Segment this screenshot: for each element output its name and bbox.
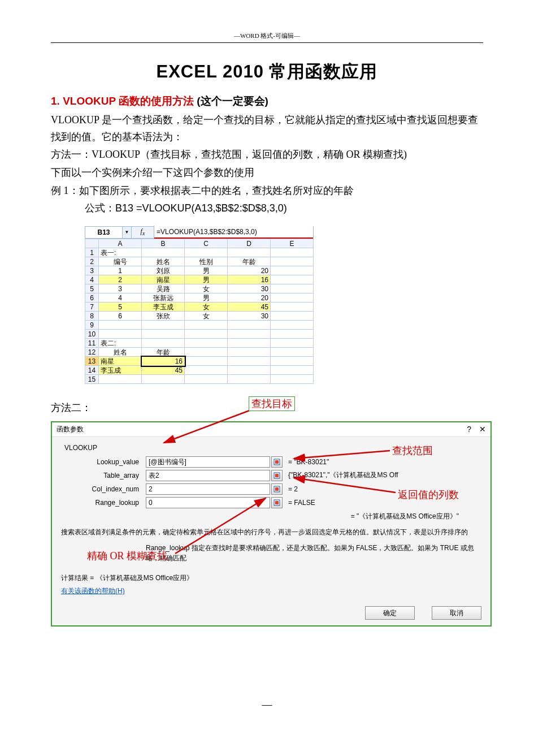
cell[interactable]: 表二: xyxy=(99,339,142,348)
cell[interactable]: 20 xyxy=(228,266,271,275)
paragraph: 方法一：VLOOKUP（查找目标，查找范围，返回值的列数，精确 OR 模糊查找) xyxy=(51,146,483,163)
param-label: Range_lookup xyxy=(61,499,146,507)
cell[interactable]: 男 xyxy=(185,266,228,275)
dialog-title: 函数参数 xyxy=(57,425,84,434)
header-rule xyxy=(51,42,483,43)
row-header[interactable]: 9 xyxy=(85,321,99,330)
cancel-button[interactable]: 取消 xyxy=(432,606,481,620)
row-header[interactable]: 10 xyxy=(85,330,99,339)
cell[interactable]: 女 xyxy=(185,312,228,321)
param-input-lookup-value[interactable]: [@图书编号] xyxy=(146,456,270,468)
ref-select-icon[interactable] xyxy=(271,497,283,508)
help-icon[interactable]: ? xyxy=(467,425,471,434)
cell[interactable]: 姓名 xyxy=(99,348,142,357)
ref-select-icon[interactable] xyxy=(271,470,283,481)
cell[interactable]: 2 xyxy=(99,275,142,284)
close-icon[interactable]: ✕ xyxy=(479,425,486,434)
param-input-table-array[interactable]: 表2 xyxy=(146,470,270,481)
cell[interactable]: 45 xyxy=(142,366,185,375)
cell[interactable]: 男 xyxy=(185,275,228,284)
svg-rect-9 xyxy=(275,487,279,491)
help-link[interactable]: 有关该函数的帮助(H) xyxy=(61,586,125,596)
cell[interactable]: 年龄 xyxy=(228,257,271,266)
param-input-range-lookup[interactable]: 0 xyxy=(146,497,270,508)
cell[interactable]: 女 xyxy=(185,284,228,293)
cell[interactable]: 3 xyxy=(99,284,142,293)
cell[interactable]: 吴路 xyxy=(142,284,185,293)
footer-mark: — xyxy=(0,699,534,711)
excel-screenshot: B13 ▼ fx =VLOOKUP(A13,$B$2:$D$8,3,0) A B… xyxy=(85,226,314,384)
cell[interactable]: 李玉成 xyxy=(99,366,142,375)
row-header[interactable]: 13 xyxy=(85,357,99,366)
row-header[interactable]: 1 xyxy=(85,248,99,257)
svg-rect-11 xyxy=(275,501,279,504)
cell[interactable]: 20 xyxy=(228,293,271,303)
cell[interactable]: 表一: xyxy=(99,248,142,257)
annotation-lookup-target: 查找目标 xyxy=(249,396,295,411)
cell[interactable]: 张欣 xyxy=(142,312,185,321)
cell[interactable]: 男 xyxy=(185,293,228,303)
header-note: —WORD 格式-可编辑— xyxy=(51,32,483,40)
selected-cell[interactable]: 16 xyxy=(142,357,185,366)
cell[interactable]: 女 xyxy=(185,303,228,312)
calculation-result: 计算结果 = 《计算机基础及MS Office应用》 xyxy=(61,573,481,583)
row-header[interactable]: 8 xyxy=(85,312,99,321)
ref-select-icon[interactable] xyxy=(271,456,283,468)
col-header[interactable]: B xyxy=(142,239,185,248)
page-title: EXCEL 2010 常用函数应用 xyxy=(51,60,483,84)
cell[interactable]: 30 xyxy=(228,312,271,321)
method2-label: 方法二： xyxy=(51,400,92,417)
cell[interactable]: 编号 xyxy=(99,257,142,266)
cell[interactable]: 南星 xyxy=(142,275,185,284)
fx-icon[interactable]: fx xyxy=(132,226,154,239)
cell[interactable]: 45 xyxy=(228,303,271,312)
row-header[interactable]: 5 xyxy=(85,284,99,293)
spreadsheet[interactable]: A B C D E 1表一: 2 编号 姓名 性别 年龄 31刘原男20 42南… xyxy=(85,239,314,384)
param-input-col-index[interactable]: 2 xyxy=(146,483,270,495)
section-number: 1. xyxy=(51,95,63,107)
cell[interactable]: 30 xyxy=(228,284,271,293)
cell[interactable]: 1 xyxy=(99,266,142,275)
col-header[interactable]: C xyxy=(185,239,228,248)
cell[interactable]: 性别 xyxy=(185,257,228,266)
param-label: Table_array xyxy=(61,472,146,479)
cell[interactable]: 李玉成 xyxy=(142,303,185,312)
cell[interactable]: 南星 xyxy=(99,357,142,366)
col-header[interactable]: D xyxy=(228,239,271,248)
section-heading: 1. VLOOKUP 函数的使用方法 (这个一定要会) xyxy=(51,94,483,109)
function-description: 搜索表区域首列满足条件的元素，确定待检索单元格在区域中的行序号，再进一步返回选定… xyxy=(61,527,481,537)
row-header[interactable]: 7 xyxy=(85,303,99,312)
cell[interactable]: 6 xyxy=(99,312,142,321)
row-header[interactable]: 4 xyxy=(85,275,99,284)
row-header[interactable]: 2 xyxy=(85,257,99,266)
corner-cell[interactable] xyxy=(85,239,99,248)
cell[interactable]: 4 xyxy=(99,293,142,303)
paragraph: VLOOKUP 是一个查找函数，给定一个查找的目标，它就能从指定的查找区域中查找… xyxy=(51,112,483,145)
row-header[interactable]: 11 xyxy=(85,339,99,348)
ref-select-icon[interactable] xyxy=(271,483,283,495)
row-header[interactable]: 14 xyxy=(85,366,99,375)
formula-bar[interactable]: =VLOOKUP(A13,$B$2:$D$8,3,0) xyxy=(154,226,313,239)
col-header[interactable]: E xyxy=(271,239,314,248)
param-row-table-array: Table_array 表2 {"BK-83021","《计算机基础及MS Of… xyxy=(61,470,481,481)
namebox-dropdown-icon[interactable]: ▼ xyxy=(123,227,132,238)
param-label: Lookup_value xyxy=(61,458,146,466)
row-header[interactable]: 6 xyxy=(85,293,99,303)
col-header[interactable]: A xyxy=(99,239,142,248)
section-name: VLOOKUP 函数的使用方法 xyxy=(63,95,197,107)
ok-button[interactable]: 确定 xyxy=(365,606,415,620)
row-header[interactable]: 15 xyxy=(85,375,99,384)
svg-rect-7 xyxy=(275,474,279,477)
param-label: Col_index_num xyxy=(61,485,146,493)
cell[interactable]: 姓名 xyxy=(142,257,185,266)
name-box[interactable]: B13 xyxy=(85,227,123,238)
cell[interactable]: 年龄 xyxy=(142,348,185,357)
cell[interactable]: 16 xyxy=(228,275,271,284)
row-header[interactable]: 12 xyxy=(85,348,99,357)
formula-bar-row: B13 ▼ fx =VLOOKUP(A13,$B$2:$D$8,3,0) xyxy=(85,226,314,239)
cell[interactable]: 刘原 xyxy=(142,266,185,275)
cell[interactable]: 5 xyxy=(99,303,142,312)
dialog-titlebar[interactable]: 函数参数 ? ✕ xyxy=(52,422,490,437)
row-header[interactable]: 3 xyxy=(85,266,99,275)
cell[interactable]: 张新远 xyxy=(142,293,185,303)
